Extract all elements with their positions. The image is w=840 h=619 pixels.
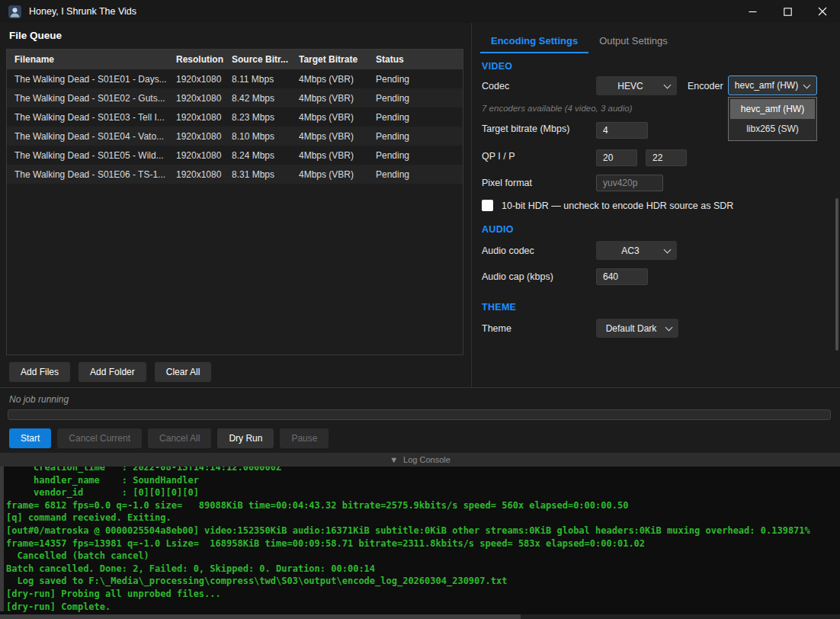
cell-source-bitrate: 8.10 Mbps <box>232 131 299 142</box>
job-button[interactable]: Cancel All <box>148 428 211 448</box>
cell-filename: The Walking Dead - S01E03 - Tell I... <box>14 112 176 123</box>
title-bar: Honey, I Shrunk The Vids <box>0 0 840 23</box>
queue-button[interactable]: Add Files <box>9 362 70 382</box>
encoder-select[interactable]: hevc_amf (HW) <box>728 75 817 95</box>
queue-buttons: Add FilesAdd FolderClear All <box>9 362 211 382</box>
table-row[interactable]: The Walking Dead - S01E05 - Wild... 1920… <box>7 146 463 165</box>
log-console-title: Log Console <box>403 455 450 464</box>
log-line: [dry-run] Complete. <box>6 601 810 614</box>
table-row[interactable]: The Walking Dead - S01E01 - Days... 1920… <box>7 69 463 88</box>
settings-panel: Encoding Settings Output Settings VIDEO … <box>473 23 840 387</box>
table-row[interactable]: The Walking Dead - S01E03 - Tell I... 19… <box>7 107 463 127</box>
theme-select[interactable]: Default Dark <box>596 319 678 338</box>
log-console: creation_time : 2022-08-13T14:14:12.0000… <box>0 467 840 619</box>
encoder-label: Encoder <box>688 81 723 91</box>
file-queue-heading: File Queue <box>9 30 62 41</box>
column-header[interactable]: Target Bitrate <box>299 54 376 65</box>
file-queue-table: FilenameResolutionSource Bitr...Target B… <box>6 49 463 355</box>
close-icon <box>818 7 827 16</box>
cell-source-bitrate: 8.24 Mbps <box>232 150 299 161</box>
chevron-down-icon <box>803 82 811 89</box>
log-output: creation_time : 2022-08-13T14:14:12.0000… <box>6 467 810 613</box>
audio-cap-input[interactable]: 640 <box>596 268 648 285</box>
tab-encoding-settings[interactable]: Encoding Settings <box>480 30 588 53</box>
table-row[interactable]: The Walking Dead - S01E02 - Guts... 1920… <box>7 88 463 107</box>
codec-label: Codec <box>482 81 509 91</box>
job-button[interactable]: Start <box>9 428 51 448</box>
pixel-format-input[interactable]: yuv420p <box>596 175 663 191</box>
log-line: frame=14357 fps=13981 q=-1.0 Lsize= 1689… <box>6 537 810 550</box>
log-console-header[interactable]: ▼ Log Console <box>0 453 840 467</box>
encoder-value: hevc_amf (HW) <box>735 80 798 91</box>
encoder-option[interactable]: hevc_amf (HW) <box>730 99 815 119</box>
log-line: vendor_id : [0][0][0][0] <box>6 486 810 499</box>
audio-codec-value: AC3 <box>621 245 639 256</box>
chevron-down-icon <box>664 246 672 254</box>
log-vertical-scrollbar[interactable] <box>0 467 4 611</box>
job-progress-bar <box>8 409 831 420</box>
settings-tabs: Encoding Settings Output Settings <box>480 30 678 53</box>
table-header-row: FilenameResolutionSource Bitr...Target B… <box>7 50 463 69</box>
codec-select[interactable]: HEVC <box>596 76 677 95</box>
log-line: [dry-run] Probing all unprobed files... <box>6 588 810 601</box>
cell-filename: The Walking Dead - S01E01 - Days... <box>14 74 176 85</box>
qp-label: QP I / P <box>482 151 515 162</box>
maximize-button[interactable] <box>770 0 805 23</box>
cell-target-bitrate: 4Mbps (VBR) <box>299 150 376 161</box>
cell-target-bitrate: 4Mbps (VBR) <box>299 93 376 104</box>
audio-codec-select[interactable]: AC3 <box>596 241 677 260</box>
theme-label: Theme <box>482 323 511 334</box>
cell-status: Pending <box>376 131 463 142</box>
log-line: Log saved to F:\_Media\_processing\compr… <box>6 575 810 588</box>
log-line: Batch cancelled. Done: 2, Failed: 0, Ski… <box>6 563 810 576</box>
log-horizontal-scrollbar-track[interactable] <box>0 614 840 619</box>
job-button[interactable]: Cancel Current <box>57 428 142 448</box>
log-line: creation_time : 2022-08-13T14:14:12.0000… <box>6 467 810 474</box>
cell-source-bitrate: 8.11 Mbps <box>232 74 299 85</box>
cell-resolution: 1920x1080 <box>176 93 232 104</box>
table-body: The Walking Dead - S01E01 - Days... 1920… <box>7 69 463 184</box>
target-bitrate-label: Target bitrate (Mbps) <box>482 123 569 134</box>
queue-button[interactable]: Add Folder <box>79 362 146 382</box>
encoder-option[interactable]: libx265 (SW) <box>730 119 815 139</box>
qp-p-input[interactable]: 22 <box>646 149 687 166</box>
hdr-checkbox[interactable] <box>482 200 493 211</box>
cell-filename: The Walking Dead - S01E06 - TS-1... <box>14 169 176 180</box>
queue-button[interactable]: Clear All <box>155 362 212 382</box>
table-row[interactable]: The Walking Dead - S01E06 - TS-1... 1920… <box>7 165 463 184</box>
cell-resolution: 1920x1080 <box>176 169 232 180</box>
settings-scrollbar[interactable] <box>835 198 838 351</box>
column-header[interactable]: Status <box>376 54 463 65</box>
cell-status: Pending <box>376 150 463 161</box>
window-controls <box>735 0 840 23</box>
job-button[interactable]: Dry Run <box>217 428 274 448</box>
job-status-text: No job running <box>9 394 69 405</box>
minimize-button[interactable] <box>735 0 770 23</box>
cell-status: Pending <box>376 74 463 85</box>
close-button[interactable] <box>805 0 840 23</box>
log-horizontal-scrollbar-thumb[interactable] <box>0 614 521 619</box>
panel-splitter[interactable] <box>471 23 472 387</box>
tab-output-settings[interactable]: Output Settings <box>588 30 678 53</box>
log-line: [out#0/matroska @ 0000025504a8eb00] vide… <box>6 524 810 537</box>
cell-status: Pending <box>376 169 463 180</box>
cell-resolution: 1920x1080 <box>176 112 232 123</box>
app-window: Honey, I Shrunk The Vids File Queue File… <box>0 0 840 619</box>
cell-target-bitrate: 4Mbps (VBR) <box>299 112 376 123</box>
log-line: frame= 6812 fps=0.0 q=-1.0 size= 89088Ki… <box>6 499 810 512</box>
job-button[interactable]: Pause <box>280 428 329 448</box>
column-header[interactable]: Source Bitr... <box>232 54 299 65</box>
column-header[interactable]: Filename <box>14 54 176 65</box>
log-line: [q] command received. Exiting. <box>6 512 810 524</box>
qp-i-input[interactable]: 20 <box>596 149 637 166</box>
cell-source-bitrate: 8.42 Mbps <box>232 93 299 104</box>
cell-target-bitrate: 4Mbps (VBR) <box>299 74 376 85</box>
chevron-down-icon <box>664 82 672 89</box>
hdr-checkbox-label: 10-bit HDR — uncheck to encode HDR sourc… <box>502 200 733 211</box>
table-row[interactable]: The Walking Dead - S01E04 - Vato... 1920… <box>7 127 463 146</box>
cell-filename: The Walking Dead - S01E04 - Vato... <box>14 131 176 142</box>
job-buttons: StartCancel CurrentCancel AllDry RunPaus… <box>9 428 329 448</box>
log-line: handler_name : SoundHandler <box>6 474 810 487</box>
column-header[interactable]: Resolution <box>176 54 232 65</box>
target-bitrate-input[interactable]: 4 <box>596 122 648 139</box>
